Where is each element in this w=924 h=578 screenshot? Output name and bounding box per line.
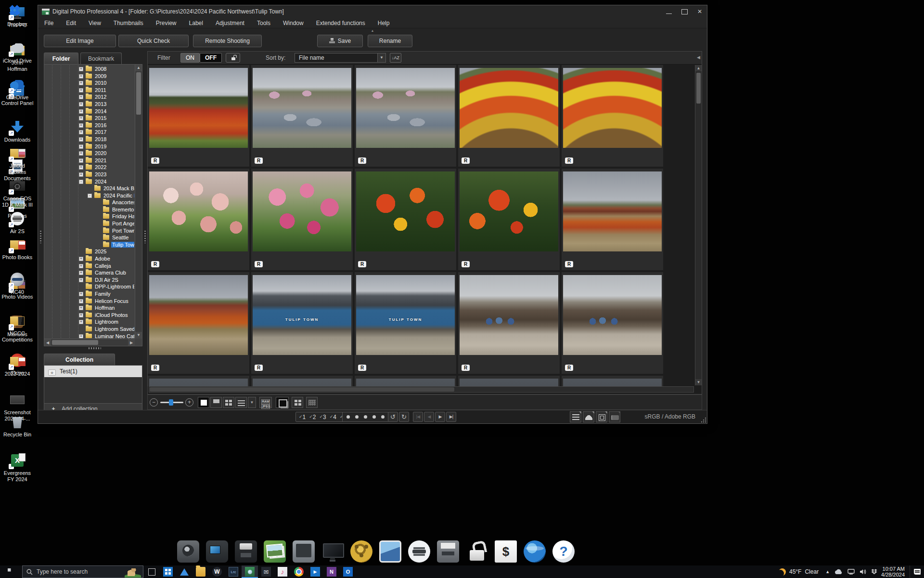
movies-tv-icon[interactable]: ▶ [307,565,323,578]
photo-people-rusty-truck[interactable] [563,275,662,355]
check-rating-button[interactable]: ✓4 [330,414,336,420]
collapse-toolbar-caret[interactable]: ▲ [371,28,374,33]
photo-tulip-swirl-beds[interactable] [460,68,558,148]
list-view-button[interactable] [235,397,247,408]
tree-expander-icon[interactable]: - [88,194,92,198]
check-rating-button[interactable]: ✓3 [319,414,326,420]
histogram-palette-button[interactable] [583,411,594,422]
photo-tulip-town-wagon[interactable]: TULIP TOWN [253,275,351,355]
photo-tulip-town-wagon[interactable]: TULIP TOWN [356,275,455,355]
camera-control-button[interactable] [609,411,620,422]
menu-item[interactable]: Extended functions [310,18,372,28]
resize-grip[interactable] [700,417,706,422]
thumbnail-size-slider[interactable] [160,402,183,403]
tab-bookmark[interactable]: Bookmark [80,53,122,64]
folder-tree-item[interactable]: +Luminar Neo Catalo [45,333,134,338]
tree-expander-icon[interactable]: + [79,116,83,120]
view-options-dropdown[interactable]: ▼ [248,397,256,408]
quick-check-button[interactable]: Quick Check [118,35,189,47]
chrome-icon[interactable] [291,565,307,578]
wikipedia-icon[interactable]: W [209,565,225,578]
photo-partial[interactable] [460,379,558,386]
menu-item[interactable]: Preview [150,18,183,28]
photo-barn-tulip-rows[interactable] [149,275,248,355]
folder-tree-item[interactable]: +2014 [45,108,134,115]
tree-expander-icon[interactable]: + [79,306,83,310]
folder-tree-item[interactable]: +2019 [45,143,134,150]
menu-item[interactable]: View [82,18,107,28]
clock[interactable]: 10:07 AM 4/28/2024 [881,566,905,578]
filter-lock-button[interactable] [226,53,240,63]
desktop-icon-juiced-ebikes[interactable]: ↗ Juiced E-bikes [0,144,35,175]
folder-tree-item[interactable]: +2021 [45,157,134,164]
scrollbar-thumb[interactable] [696,73,701,104]
main-vertical-scrollbar[interactable]: ▲ ▼ [695,65,702,385]
close-button[interactable]: ✕ [695,7,704,16]
landscape-photo-icon[interactable] [379,540,401,563]
folder-tree-item[interactable]: +2018 [45,136,134,143]
panel-splitter[interactable] [143,53,147,394]
tree-expander-icon[interactable]: + [79,109,83,114]
photo-partial[interactable] [149,379,248,386]
folder-tree-item[interactable]: +2012 [45,93,134,101]
desktop-icon-evergreens-fy2024[interactable]: X ↗ Evergreens FY 2024 [0,452,35,483]
thumbnail-cell[interactable]: R [458,169,560,270]
sort-dropdown[interactable]: File name▼ [295,53,386,63]
scrollbar-thumb[interactable] [52,340,98,345]
padlock-icon[interactable] [466,540,488,563]
af-point-button[interactable] [596,411,607,422]
tree-expander-icon[interactable]: + [79,264,83,268]
folder-tree-item[interactable]: +Calleja [45,263,134,270]
folder-tree-item[interactable]: +Lightroom [45,318,134,326]
maximize-button[interactable] [680,7,689,16]
desktop-icon-recycle-bin[interactable]: ↗ Recycle Bin [0,413,35,438]
scroll-down-icon[interactable]: ▼ [695,379,702,385]
outlook-icon[interactable]: O [340,565,356,578]
label-dot-button[interactable] [381,415,385,419]
thumbnail-cell[interactable]: R [458,65,560,167]
file-explorer-icon[interactable] [192,565,209,578]
folder-tree-item[interactable]: +2016 [45,122,134,129]
filter-off-button[interactable]: OFF [200,53,222,63]
scroll-down-icon[interactable]: ▼ [135,332,142,339]
folder-tree-item[interactable]: +Camera Club [45,269,134,276]
speedlite-flash-icon[interactable] [235,540,257,563]
drawing-tablet-icon[interactable] [293,540,315,563]
tree-expander-icon[interactable]: + [79,158,83,163]
folder-tree-item[interactable]: +iCloud Photos [45,312,134,319]
photo-garden-pond[interactable] [356,68,455,148]
scroll-up-icon[interactable]: ▲ [135,65,142,71]
label-dot-button[interactable] [372,415,376,419]
tab-collection[interactable]: Collection [44,354,115,365]
thumbnail-cell[interactable]: R [458,272,560,374]
folder-tree-item[interactable]: +Family [45,290,134,298]
thumbnail-cell[interactable]: TULIP TOWN R [251,272,353,374]
paint3d-icon[interactable] [176,565,192,578]
nav-button[interactable]: ▶ [435,412,445,422]
zoom-in-button[interactable]: + [185,398,193,407]
tree-expander-icon[interactable]: + [79,172,83,177]
tree-expander-icon[interactable]: + [79,144,83,149]
nav-button[interactable]: |◀ [413,412,423,422]
menu-item[interactable]: Edit [60,18,82,28]
desktop-icon-canon-eos[interactable]: ↗ Canon EOS 1D X Mark III [0,177,35,208]
folder-tree-item[interactable]: -2024 [45,178,134,185]
tree-expander-icon[interactable]: + [79,151,83,156]
folder-tree-item[interactable]: Seattle [45,234,134,241]
folder-tree-item[interactable]: Port Angeles [45,220,134,227]
collection-item[interactable]: ★Test(1) [44,366,142,377]
panel-splitter-handle[interactable] [89,347,101,349]
folder-tree-item[interactable]: 2024 Mack Bulld [45,185,134,192]
nav-button[interactable]: ◀ [424,412,434,422]
dropbox-tray-icon[interactable] [871,569,877,575]
task-view-button[interactable] [143,565,160,578]
printer-icon[interactable] [437,540,459,563]
thumbnail-cell[interactable]: R [562,169,663,270]
photo-pink-tulips-closeup[interactable] [253,171,351,251]
photo-partial[interactable] [356,379,455,386]
tree-expander-icon[interactable]: + [79,123,83,128]
photo-partial[interactable] [563,379,662,386]
thumbnail-cell[interactable]: R [251,169,353,270]
folder-tree-item[interactable]: Tulip Town [45,241,134,249]
rotate-left-button[interactable]: ↺ [388,412,398,422]
